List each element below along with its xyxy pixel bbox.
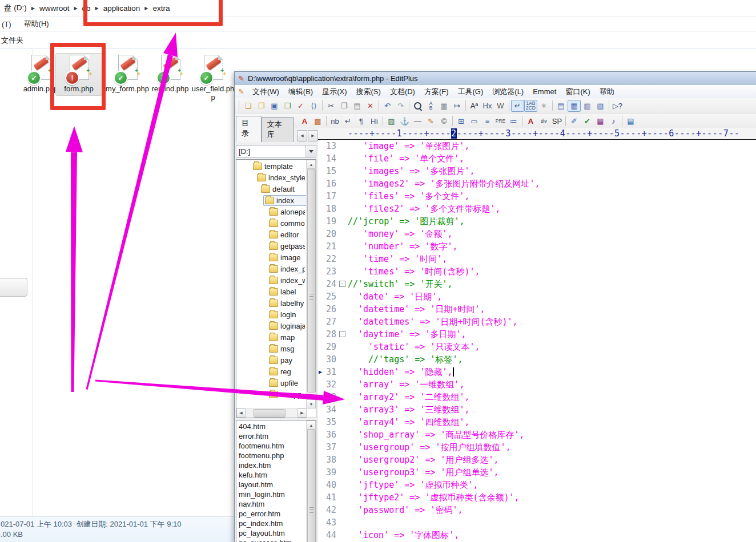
save-all-icon[interactable]: ❒ — [281, 100, 294, 112]
new-file-icon[interactable]: ❏ — [242, 100, 255, 112]
media-icon[interactable]: ▦ — [594, 115, 607, 127]
tree-item[interactable]: reg — [236, 366, 307, 377]
table-icon[interactable]: ⊞ — [455, 115, 468, 127]
code-line[interactable]: 16'images2' => '多张图片附带介绍及网址', — [318, 177, 756, 190]
align-icon[interactable]: ≡ — [481, 115, 494, 127]
line-break-icon[interactable]: ↵ — [341, 115, 355, 127]
file-list-item[interactable]: layout.htm — [236, 480, 307, 490]
file-item[interactable]: ++✓user_field.php — [190, 53, 236, 104]
code-line[interactable]: 38'usergroup2' => '用户组多选', — [318, 454, 756, 466]
fold-marker-icon[interactable]: - — [339, 281, 345, 287]
left-pane-button[interactable] — [0, 278, 27, 297]
code-line[interactable]: ▶31'hidden' => '隐藏', — [318, 366, 756, 378]
file-list-item[interactable]: nav.htm — [236, 499, 307, 509]
extra-panel-icon[interactable]: ▤ — [624, 115, 637, 127]
titlebar[interactable]: ✎ D:\wwwroot\qb\application\extra\form.p… — [235, 72, 756, 85]
tree-item[interactable]: labelhy — [236, 297, 307, 309]
code-line[interactable]: 34'array3' => '三维数组', — [318, 403, 756, 416]
code-line[interactable]: 24-//'switch' => '开关', — [318, 278, 756, 290]
tree-item[interactable]: upfile — [236, 377, 307, 389]
scroll-left-icon[interactable]: ◀ — [236, 408, 246, 418]
font-size-icon[interactable]: Aª — [468, 100, 481, 112]
font-color-icon[interactable]: A — [298, 115, 311, 127]
fold-marker-icon[interactable]: - — [339, 331, 345, 337]
tree-item[interactable]: common — [236, 217, 307, 229]
tree-item[interactable]: msg — [236, 343, 307, 354]
tree-item[interactable]: index — [236, 195, 307, 206]
tree-item[interactable]: wxapp — [236, 389, 307, 400]
code-line[interactable]: 23'times' => '时间(含秒)', — [318, 265, 756, 278]
image-icon[interactable]: ▧ — [385, 115, 398, 127]
menu-item[interactable]: 文件(W) — [248, 86, 284, 98]
combo-dropdown-icon[interactable] — [305, 145, 316, 157]
copy-icon[interactable]: ❐ — [337, 100, 351, 112]
code-line[interactable]: 39'usergroup3' => '用户组单选', — [318, 466, 756, 479]
find-icon[interactable] — [411, 100, 424, 112]
code-select-icon[interactable]: ⟨⟩ — [307, 100, 320, 112]
code-line[interactable]: 21'number' => '数字', — [318, 240, 756, 253]
code-line[interactable]: 25'date' => '日期', — [318, 290, 756, 303]
code-line[interactable]: 32'array' => '一维数组', — [318, 378, 756, 391]
save-icon[interactable]: ▣ — [268, 100, 281, 112]
find-in-files-icon[interactable]: ▥ — [437, 100, 451, 112]
tree-item[interactable]: login — [236, 309, 307, 320]
paste-icon[interactable]: ▤ — [351, 100, 364, 112]
tree-item[interactable]: loginajax — [236, 320, 307, 331]
drive-select[interactable]: [D:] — [236, 145, 316, 157]
menu-item[interactable]: 方案(F) — [420, 86, 453, 98]
fullscreen-icon[interactable]: ▧ — [594, 100, 607, 112]
scroll-up-icon[interactable]: ▲ — [307, 420, 316, 430]
menu-item[interactable]: 帮助 — [595, 86, 619, 98]
div-tag-icon[interactable]: div — [537, 115, 550, 127]
span-tag-icon[interactable]: SP — [550, 115, 564, 127]
file-item[interactable]: ++✓my_form.php — [104, 53, 151, 96]
file-list-item[interactable]: footmenu.php — [236, 451, 307, 460]
cut-icon[interactable]: ✂ — [324, 100, 337, 112]
list-icon[interactable]: ≔ — [507, 115, 520, 127]
file-item[interactable]: ++✓remind.php — [147, 53, 194, 96]
wrap-toggle-icon[interactable]: ↵ — [511, 100, 524, 112]
tree-item[interactable]: index_pc — [236, 263, 307, 274]
explorer-menu-tools-partial[interactable]: (T) — [2, 20, 11, 29]
palette-icon[interactable]: ▩ — [311, 115, 324, 127]
replace-icon[interactable]: A B — [424, 100, 437, 112]
code-line[interactable]: 36'shop_array' => '商品型号价格库存', — [318, 428, 756, 441]
code-line[interactable]: 37'usergroup' => '按用户组填数值', — [318, 441, 756, 454]
file-list-item[interactable]: pc_success.htm — [236, 538, 307, 542]
menu-item[interactable]: 搜索(S) — [352, 86, 385, 98]
paragraph-icon[interactable]: ¶ — [355, 115, 368, 127]
spell-check-icon[interactable]: ✓ — [294, 100, 307, 112]
settings-icon[interactable]: ✳ — [537, 100, 550, 112]
code-line[interactable]: 42'password' => '密码', — [318, 504, 756, 516]
tree-item[interactable]: editor — [236, 229, 307, 240]
tree-item[interactable]: map — [236, 331, 307, 343]
breadcrumb-item[interactable]: 盘 (D:) — [1, 2, 30, 14]
filelist-vertical-scrollbar[interactable]: ▲ — [306, 420, 316, 542]
open-file-icon[interactable]: ❐ — [255, 100, 268, 112]
tree-item[interactable]: index_style — [236, 172, 307, 183]
filelist-scroll-thumb[interactable] — [307, 430, 316, 542]
code-line[interactable]: 29'static' => '只读文本', — [318, 341, 756, 353]
file-list-item[interactable]: kefu.htm — [236, 470, 307, 480]
file-list-item[interactable]: index.htm — [236, 460, 307, 470]
line-number-toggle-icon[interactable]: 1AB 2CD — [524, 100, 537, 112]
delete-icon[interactable]: ✕ — [364, 100, 377, 112]
tree-item[interactable]: label — [236, 286, 307, 297]
script-icon[interactable]: ✐ — [568, 115, 581, 127]
tab-scroll-left-icon[interactable]: ◀ — [297, 130, 307, 141]
goto-line-icon[interactable]: ↦ — [451, 100, 464, 112]
tab-cliptext[interactable]: 文本库 — [262, 117, 294, 142]
code-line[interactable]: 19//'jcrop' => '图片裁剪', — [318, 215, 756, 228]
redo-icon[interactable]: ↷ — [394, 100, 407, 112]
music-icon[interactable]: ♪ — [607, 115, 620, 127]
context-help-icon[interactable]: ▷? — [611, 100, 624, 112]
file-list-item[interactable]: 404.htm — [236, 422, 307, 431]
directory-panel-icon[interactable]: ▤ — [554, 100, 568, 112]
code-line[interactable]: 43 — [318, 516, 756, 529]
code-line[interactable]: 27'datetimes' => '日期+时间(含秒)', — [318, 316, 756, 328]
breadcrumb-item[interactable]: wwwroot — [37, 3, 73, 13]
layer-icon[interactable]: ▭ — [468, 115, 481, 127]
tree-item[interactable]: getpassw — [236, 240, 307, 252]
code-line[interactable]: 26'datetime' => '日期+时间', — [318, 303, 756, 316]
copyright-icon[interactable]: © — [437, 115, 451, 127]
